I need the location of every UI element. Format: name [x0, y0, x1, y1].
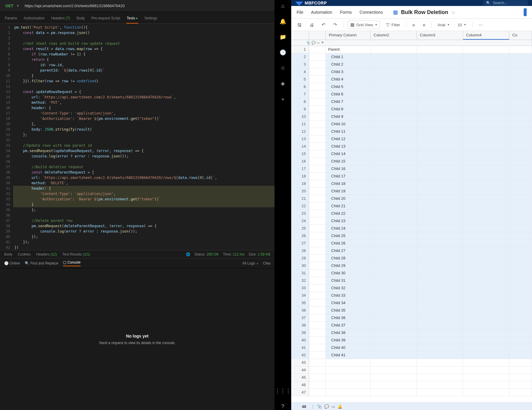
- cell-primary[interactable]: Child 33: [326, 292, 371, 299]
- cell[interactable]: [371, 210, 417, 217]
- cell-primary[interactable]: Child 38: [326, 329, 371, 337]
- ss-grid[interactable]: Primary Column Column2 Column3 Column4 C…: [291, 31, 532, 403]
- table-row[interactable]: 19Child 18: [291, 180, 532, 188]
- cell[interactable]: [371, 91, 417, 98]
- row-number[interactable]: 11: [291, 120, 309, 128]
- cell-primary[interactable]: Child 13: [326, 143, 371, 150]
- cell[interactable]: [417, 225, 463, 232]
- row-number[interactable]: 43: [291, 359, 309, 366]
- cell[interactable]: [371, 83, 417, 91]
- cell[interactable]: [509, 150, 532, 158]
- cell[interactable]: [463, 352, 509, 359]
- apps-icon[interactable]: ⋮⋮⋮: [279, 387, 286, 394]
- cell-primary[interactable]: Child 34: [326, 299, 371, 307]
- cell-primary[interactable]: [326, 381, 371, 389]
- row-number[interactable]: 37: [291, 314, 309, 322]
- row-number[interactable]: 36: [291, 307, 309, 314]
- cell-primary[interactable]: Parent: [326, 46, 371, 53]
- table-row[interactable]: 23Child 22: [291, 210, 532, 217]
- cell[interactable]: [371, 158, 417, 165]
- cell[interactable]: [417, 128, 463, 135]
- row-number[interactable]: 8: [291, 98, 309, 106]
- cell-primary[interactable]: Child 4: [326, 76, 371, 83]
- menu-file[interactable]: File: [297, 10, 303, 15]
- print-icon[interactable]: 🖨: [308, 21, 316, 29]
- footer-proof-icon[interactable]: ▭: [331, 404, 335, 409]
- bell-icon[interactable]: 🔔: [279, 18, 286, 25]
- cell[interactable]: [509, 366, 532, 374]
- table-row[interactable]: 36Child 35: [291, 307, 532, 314]
- cell[interactable]: [509, 195, 532, 202]
- cell[interactable]: [417, 150, 463, 158]
- row-number[interactable]: 46: [291, 381, 309, 389]
- cell[interactable]: [509, 210, 532, 217]
- cell[interactable]: [509, 314, 532, 322]
- cell-primary[interactable]: Child 9: [326, 113, 371, 120]
- cell[interactable]: [509, 232, 532, 240]
- row-number[interactable]: 39: [291, 329, 309, 337]
- cell[interactable]: [463, 120, 509, 128]
- star-icon[interactable]: ☆: [279, 64, 286, 72]
- row-number[interactable]: 25: [291, 225, 309, 232]
- table-row[interactable]: 16Child 15: [291, 158, 532, 165]
- cell[interactable]: [371, 46, 417, 53]
- table-row[interactable]: 10Child 9: [291, 113, 532, 120]
- cell[interactable]: [463, 329, 509, 337]
- cell-primary[interactable]: Child 8: [326, 106, 371, 113]
- cell[interactable]: [417, 158, 463, 165]
- cell[interactable]: [417, 68, 463, 76]
- cell-primary[interactable]: [326, 389, 371, 396]
- cell[interactable]: [417, 247, 463, 255]
- cell[interactable]: [371, 143, 417, 150]
- cell-primary[interactable]: Child 37: [326, 322, 371, 329]
- cell-primary[interactable]: Child 29: [326, 262, 371, 270]
- row-number[interactable]: 10: [291, 113, 309, 120]
- cell[interactable]: [463, 389, 509, 396]
- cell[interactable]: [417, 307, 463, 314]
- cell[interactable]: [371, 106, 417, 113]
- cell[interactable]: [509, 165, 532, 173]
- table-row[interactable]: 30Child 29: [291, 262, 532, 270]
- cell[interactable]: [509, 284, 532, 292]
- cell[interactable]: [371, 225, 417, 232]
- code-editor[interactable]: 1234567891011121314151617181920212223242…: [0, 24, 275, 250]
- row-number[interactable]: 2: [291, 53, 309, 61]
- cell-primary[interactable]: Child 6: [326, 91, 371, 98]
- cell[interactable]: [417, 277, 463, 284]
- cell[interactable]: [417, 389, 463, 396]
- cell[interactable]: [463, 366, 509, 374]
- clear-button[interactable]: Clea: [263, 261, 270, 265]
- cell[interactable]: [509, 217, 532, 225]
- cell[interactable]: [509, 113, 532, 120]
- search-input[interactable]: 🔍 Search...: [483, 0, 528, 6]
- cell-primary[interactable]: [326, 359, 371, 366]
- cell[interactable]: [509, 277, 532, 284]
- menu-connections[interactable]: Connections: [360, 10, 383, 15]
- cell[interactable]: [371, 284, 417, 292]
- row-number[interactable]: 22: [291, 202, 309, 210]
- row-number[interactable]: 17: [291, 165, 309, 173]
- row-number[interactable]: 12: [291, 128, 309, 135]
- cell[interactable]: [509, 76, 532, 83]
- cell[interactable]: [371, 322, 417, 329]
- cell-primary[interactable]: Child 15: [326, 158, 371, 165]
- cell[interactable]: [371, 240, 417, 247]
- outdent-icon[interactable]: ≡: [411, 21, 417, 29]
- cell[interactable]: [371, 389, 417, 396]
- table-row[interactable]: 32Child 31: [291, 277, 532, 284]
- cell[interactable]: [371, 202, 417, 210]
- cell[interactable]: [417, 337, 463, 344]
- cell[interactable]: [509, 68, 532, 76]
- favorite-star-icon[interactable]: ☆: [451, 10, 455, 15]
- table-row[interactable]: 8Child 7: [291, 98, 532, 106]
- tab-tests[interactable]: Tests●: [126, 14, 138, 23]
- resp-tab-body[interactable]: Body: [4, 252, 12, 256]
- cell[interactable]: [509, 299, 532, 307]
- table-row[interactable]: 45: [291, 374, 532, 381]
- row-number[interactable]: 23: [291, 210, 309, 217]
- cell[interactable]: [417, 352, 463, 359]
- cell-primary[interactable]: Child 32: [326, 284, 371, 292]
- cell[interactable]: [371, 128, 417, 135]
- footer-comment-icon[interactable]: 💬: [324, 404, 329, 409]
- cell[interactable]: [417, 195, 463, 202]
